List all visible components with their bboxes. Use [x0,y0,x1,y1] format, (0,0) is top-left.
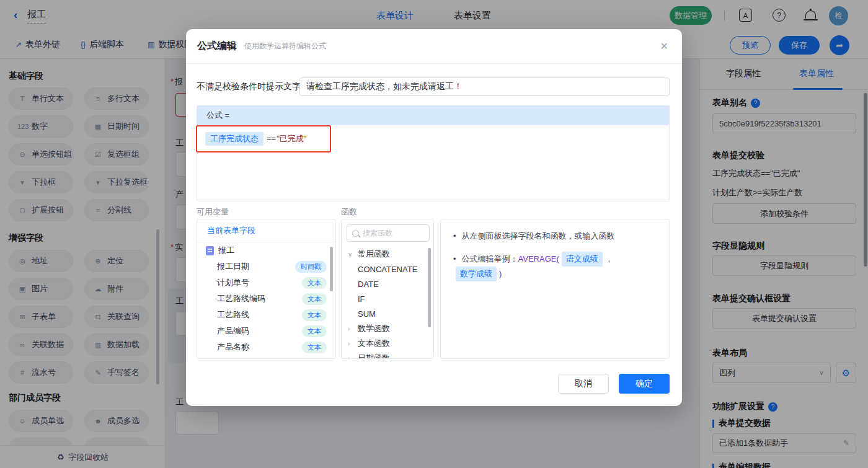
variables-tab-current-form[interactable]: 当前表单字段 [197,219,335,242]
variable-root-row[interactable]: 报工 [197,242,335,258]
function-search[interactable]: 搜索函数 [347,224,430,242]
close-icon[interactable]: ✕ [660,40,668,52]
variables-scrollbar[interactable] [330,247,333,291]
form-doc-icon [206,246,214,255]
functions-panel: 搜索函数 ∨常用函数 CONCATENATE DATE IF SUM ›数学函数… [341,219,434,359]
prompt-text-label: 不满足校验条件时提示文字: [197,77,303,96]
variable-row[interactable]: 工艺路线文本 [197,307,335,323]
variable-label: 报工日期 [217,261,249,272]
hints-panel: 从左侧面板选择字段名和函数，或输入函数 公式编辑举例：AVERAGE(语文成绩，… [440,219,670,359]
variable-label: 工艺路线编码 [217,293,265,304]
type-badge: 文本 [302,293,327,305]
function-group-label: 日期函数 [358,353,390,359]
variable-row[interactable]: 工艺路线编码文本 [197,291,335,307]
variable-label: 计划单号 [217,277,249,288]
variable-root-label: 报工 [218,245,234,256]
function-group-text[interactable]: ›文本函数 [342,336,433,351]
function-group-label: 数学函数 [358,323,390,334]
variable-row[interactable]: 产品编码文本 [197,323,335,339]
function-tree: ∨常用函数 CONCATENATE DATE IF SUM ›数学函数 ›文本函… [342,247,433,359]
modal-subtitle: 使用数学运算符编辑公式 [244,41,326,51]
hint-example-token: 语文成绩 [562,252,603,267]
prompt-text-input[interactable] [299,77,670,96]
function-group-common[interactable]: ∨常用函数 [342,247,433,262]
type-badge: 时间戳 [295,261,327,273]
app-screen: ‹ 报工 表单设计 表单设置 数据管理 A ? 检 ↗ 表单外链 {} 后端脚本… [0,0,868,468]
functions-scrollbar[interactable] [428,248,431,327]
variable-row[interactable]: 计划单号文本 [197,275,335,291]
type-badge: 文本 [302,277,327,289]
hint-text: 从左侧面板选择字段名和函数，或输入函数 [462,229,615,243]
function-group-date[interactable]: ›日期函数 [342,351,433,359]
variable-label: 产品名称 [217,342,249,353]
cancel-button[interactable]: 取消 [558,374,609,394]
hint-bullet-2: 公式编辑举例：AVERAGE(语文成绩，数学成绩) [453,252,657,281]
variable-row[interactable]: 产品名称文本 [197,339,335,355]
type-badge: 文本 [302,342,327,353]
hint-example-token: 数学成绩 [456,267,497,281]
modal-title: 公式编辑 [197,40,237,53]
function-item-if[interactable]: IF [342,291,433,306]
chevron-right-icon: › [348,355,354,360]
formula-editor[interactable]: 工序完成状态=="已完成" [197,125,670,200]
search-placeholder: 搜索函数 [363,228,392,239]
variables-header: 可用变量 [197,206,229,218]
variables-panel: 当前表单字段 报工 报工日期时间戳 计划单号文本 工艺路线编码文本 工艺路线文本… [197,219,336,359]
type-badge: 文本 [302,309,327,321]
function-item-concatenate[interactable]: CONCATENATE [342,262,433,276]
formula-string-literal: "已完成" [277,134,306,143]
formula-operator: == [267,134,276,143]
function-group-label: 文本函数 [358,338,390,349]
search-icon [352,230,359,237]
function-item-date[interactable]: DATE [342,276,433,291]
hint-bullet-1: 从左侧面板选择字段名和函数，或输入函数 [453,229,657,243]
chevron-down-icon: ∨ [348,251,354,258]
confirm-button[interactable]: 确定 [619,374,670,394]
formula-editor-modal: 公式编辑 使用数学运算符编辑公式 ✕ 不满足校验条件时提示文字: 公式 = 工序… [186,29,682,406]
function-group-math[interactable]: ›数学函数 [342,321,433,336]
formula-block: 公式 = 工序完成状态=="已完成" [197,105,670,200]
hint-example-prefix: 公式编辑举例： [462,252,518,266]
type-badge: 文本 [302,325,327,337]
function-item-sum[interactable]: SUM [342,306,433,321]
hint-example-comma: ， [605,252,613,266]
formula-field-token[interactable]: 工序完成状态 [205,132,264,146]
function-group-label: 常用函数 [358,249,390,260]
chevron-right-icon: › [348,340,354,347]
variable-label: 产品编码 [217,325,249,337]
formula-prefix: 公式 = [197,105,670,125]
hint-example-function: AVERAGE( [518,252,559,266]
variable-row[interactable]: 报工日期时间戳 [197,258,335,275]
chevron-right-icon: › [348,325,354,332]
hint-example-close: ) [499,267,502,281]
variable-label: 工艺路线 [217,309,249,320]
modal-header: 公式编辑 使用数学运算符编辑公式 [186,29,682,64]
functions-header: 函数 [341,206,357,218]
